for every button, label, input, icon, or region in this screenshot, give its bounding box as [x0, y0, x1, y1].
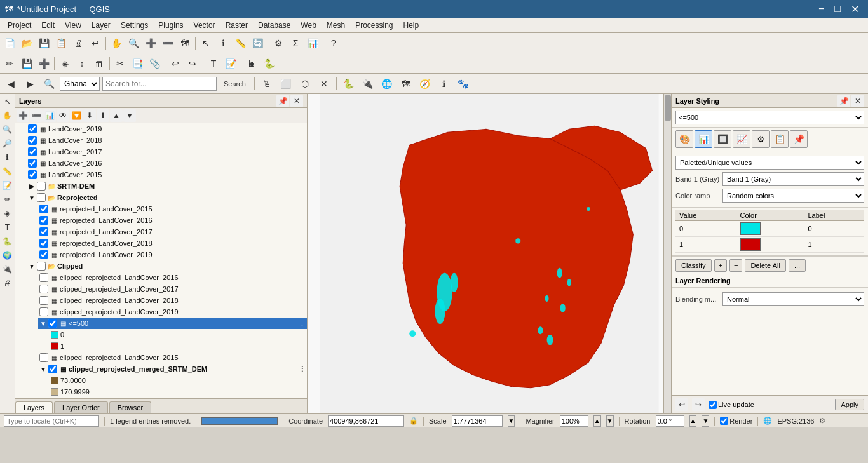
location-select[interactable]: Ghana — [60, 77, 100, 91]
layer-check-srtmdem[interactable] — [37, 182, 46, 191]
ltb-measure[interactable]: 📏 — [1, 165, 14, 178]
classify-button[interactable]: Classify — [675, 259, 712, 272]
layer-item-clip2019[interactable]: ▦ clipped_reprojected_LandCover_2019 — [38, 306, 307, 318]
blending-select[interactable]: Normal — [722, 292, 864, 306]
style-rendering[interactable]: ⚙ — [752, 130, 770, 148]
rotation-input[interactable] — [656, 415, 684, 427]
tab-layers[interactable]: Layers — [15, 401, 53, 413]
zoom-full-button[interactable]: 🔍 — [125, 35, 142, 51]
scale-down-button[interactable]: ▼ — [508, 415, 515, 427]
layer-check-reprojected[interactable] — [37, 193, 46, 202]
pan-button[interactable]: ✋ — [108, 35, 125, 51]
undo-edits-button[interactable]: ↩ — [167, 55, 184, 72]
back-button[interactable]: ◀ — [3, 76, 19, 92]
save-edits-button[interactable]: 💾 — [18, 55, 35, 72]
layer-check-landcover2016[interactable] — [28, 159, 37, 168]
redo-style-button[interactable]: ↪ — [692, 398, 705, 411]
plugin1-button[interactable]: 🔌 — [360, 76, 376, 92]
plugin4-button[interactable]: 🧭 — [417, 76, 433, 92]
locate-input[interactable] — [4, 415, 99, 427]
label-button[interactable]: T — [205, 55, 222, 72]
map-tips-button[interactable]: 🔍 — [41, 76, 57, 92]
copy-features-button[interactable]: 📑 — [129, 55, 146, 72]
layer-check-clipmerged[interactable] — [48, 365, 57, 373]
styling-close-button[interactable]: ✕ — [851, 95, 864, 107]
style-metadata[interactable]: 📋 — [771, 130, 789, 148]
refresh-button[interactable]: 🔄 — [249, 35, 266, 51]
menu-raster[interactable]: Raster — [220, 20, 253, 31]
open-project-button[interactable]: 📂 — [18, 35, 35, 51]
ltb-print[interactable]: 🖨 — [1, 277, 14, 290]
calc-button[interactable]: Σ — [287, 35, 304, 51]
filter-button[interactable]: 🔽 — [70, 109, 83, 122]
expand-all-button[interactable]: ⬇ — [83, 109, 96, 122]
layer-item-rep2019[interactable]: ▦ reprojected_LandCover_2019 — [38, 249, 307, 260]
redo-edits-button[interactable]: ↪ — [184, 55, 201, 72]
search-button[interactable]: Search — [219, 76, 250, 92]
annotation-button[interactable]: 📝 — [222, 55, 239, 72]
attr-table-button[interactable]: 📊 — [304, 35, 321, 51]
layer-item-rep2018[interactable]: ▦ reprojected_LandCover_2018 — [38, 238, 307, 249]
layer-item-le500[interactable]: ▼ ▦ <=500 ⋮ — [38, 318, 307, 329]
vcl-row-1[interactable]: 1 1 — [675, 237, 864, 253]
rotation-down-button[interactable]: ▼ — [702, 415, 709, 427]
select-button[interactable]: ↖ — [198, 35, 214, 51]
menu-processing[interactable]: Processing — [350, 20, 398, 31]
menu-view[interactable]: View — [60, 20, 86, 31]
python-console-button[interactable]: 🐍 — [341, 76, 357, 92]
vcl-color-0[interactable] — [736, 221, 804, 237]
layer-item-reprojected[interactable]: ▼ 📂 Reprojected — [27, 192, 307, 203]
layer-item-rep2017[interactable]: ▦ reprojected_LandCover_2017 — [38, 226, 307, 238]
live-update-checkbox[interactable] — [709, 401, 717, 409]
move-down-button[interactable]: ▼ — [123, 109, 136, 122]
add-layer-button[interactable]: ➕ — [17, 109, 29, 122]
plugin3-button[interactable]: 🗺 — [398, 76, 414, 92]
map-scrollbar-thumb-v[interactable] — [665, 95, 671, 121]
menu-edit[interactable]: Edit — [36, 20, 60, 31]
python-button[interactable]: 🐍 — [261, 55, 277, 72]
ltb-plugins[interactable]: 🔌 — [1, 263, 14, 276]
plugin2-button[interactable]: 🌐 — [379, 76, 395, 92]
expand-reprojected[interactable]: ▼ — [28, 194, 36, 201]
delete-selected-button[interactable]: 🗑 — [91, 55, 107, 72]
menu-project[interactable]: Project — [3, 20, 36, 31]
layer-check-le500[interactable] — [48, 319, 57, 328]
color-swatch-1[interactable] — [740, 238, 761, 251]
renderer-select[interactable]: Paletted/Unique values — [675, 156, 864, 170]
ltb-label[interactable]: T — [1, 221, 14, 234]
zoom-out-button[interactable]: ➖ — [159, 35, 176, 51]
new-project-button[interactable]: 📄 — [1, 35, 18, 51]
map-scrollbar-v[interactable] — [663, 94, 671, 413]
layer-check-rep2015[interactable] — [39, 205, 48, 213]
remove-layer-button[interactable]: ➖ — [30, 109, 43, 122]
tab-browser[interactable]: Browser — [109, 401, 151, 413]
layer-check-landcover2015[interactable] — [28, 170, 37, 179]
layer-check-rep2019[interactable] — [39, 250, 48, 259]
epsg-value[interactable]: EPSG:2136 — [777, 417, 814, 425]
ltb-digitize[interactable]: ✏ — [1, 193, 14, 206]
menu-database[interactable]: Database — [253, 20, 295, 31]
layer-item-clip2018[interactable]: ▦ clipped_reprojected_LandCover_2018 — [38, 295, 307, 306]
vcl-color-1[interactable] — [736, 237, 804, 253]
cut-features-button[interactable]: ✂ — [112, 55, 128, 72]
styling-layer-select[interactable]: <=500 — [675, 111, 864, 124]
menu-mesh[interactable]: Mesh — [322, 20, 350, 31]
forward-button[interactable]: ▶ — [22, 76, 38, 92]
select-rect-button[interactable]: ⬜ — [278, 76, 294, 92]
layer-item-clipmerged[interactable]: ▼ ▦ clipped_reprojected_merged_SRTM_DEM … — [38, 363, 307, 375]
add-class-button[interactable]: + — [714, 259, 727, 272]
layer-check-landcover2019[interactable] — [28, 124, 37, 133]
open-attr-button[interactable]: 📊 — [43, 109, 56, 122]
collapse-all-button[interactable]: ⬆ — [97, 109, 109, 122]
layer-check-clip2018[interactable] — [39, 296, 48, 305]
layer-check-rep2018[interactable] — [39, 239, 48, 248]
coordinate-input[interactable] — [328, 415, 404, 427]
color-swatch-0[interactable] — [740, 222, 761, 235]
layer-item-clipped[interactable]: ▼ 📂 Clipped — [27, 260, 307, 272]
magnifier-down-button[interactable]: ▼ — [606, 415, 614, 427]
zoom-layer-button[interactable]: 🗺 — [177, 35, 193, 51]
toggle-visibility-button[interactable]: 👁 — [57, 109, 69, 122]
layer-item-landcover2019[interactable]: ▦ LandCover_2019 — [27, 123, 307, 135]
deselect-button[interactable]: ✕ — [316, 76, 332, 92]
minimize-button[interactable]: − — [815, 3, 828, 15]
